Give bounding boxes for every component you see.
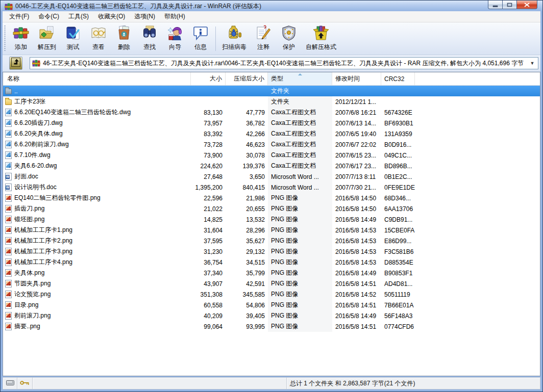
file-type: Caxa工程图文档 [268,128,332,139]
file-type: Microsoft Word ... [268,171,332,182]
up-level-button[interactable] [9,57,22,70]
menu-commands[interactable]: 命令(C) [34,11,64,22]
file-crc32: BD896B... [381,161,415,171]
file-type: PNG 图像 [268,214,332,225]
file-row[interactable]: 工序卡23张文件夹2012/12/21 1... [3,96,540,107]
test-icon [65,25,81,41]
delete-button[interactable]: 删除 [111,23,137,54]
png-file-icon [5,216,12,223]
file-row[interactable]: 机械加工工序卡4.png36,75434,515PNG 图像2016/5/8 1… [3,257,540,268]
file-row[interactable]: 封面.doc27,6483,650Microsoft Word ...2007/… [3,171,540,182]
png-file-icon [5,323,12,330]
menu-tools[interactable]: 工具(S) [64,11,93,22]
sfx-button[interactable]: 自解压格式 [302,23,340,54]
file-name: 6.7.10件.dwg [14,151,51,160]
folder-file-icon [5,99,12,105]
file-name: 夹具体.png [14,269,44,277]
dwg-file-icon [5,141,12,148]
add-button[interactable]: 添加 [8,23,34,54]
file-row[interactable]: 节圆夹具.png43,90742,591PNG 图像2016/5/8 14:51… [3,278,540,289]
file-row[interactable]: 机械加工工序卡2.png37,59535,627PNG 图像2016/5/8 1… [3,236,540,246]
find-icon [141,25,158,41]
close-button[interactable] [516,1,537,9]
file-name: 6.6.20插齿刀.dwg [14,119,63,127]
file-row[interactable]: 目录.png60,55854,806PNG 图像2016/5/8 14:517B… [3,300,540,310]
file-modified: 2016/5/8 14:49 [332,268,381,278]
file-type: Caxa工程图文档 [268,161,332,171]
file-name: 工序卡23张 [14,97,45,106]
file-size: 37,340 [191,268,226,278]
file-row[interactable]: EQ140二轴三档齿轮零件图.png22,59621,986PNG 图像2016… [3,193,540,203]
file-packed-size: 36,782 [226,118,268,128]
file-name: EQ140二轴三档齿轮零件图.png [14,194,101,202]
archive-path-combo[interactable]: 46-工艺夹具-EQ140变速箱二轴三档齿轮工艺、刀具及夹具设计.rar\004… [30,57,538,69]
file-name: 节圆夹具.png [14,279,51,288]
password-status-button[interactable] [17,378,33,389]
protect-button[interactable]: 保护 [276,23,302,54]
virus-scan-button[interactable]: 扫描病毒 [218,23,251,54]
column-header-name[interactable]: 名称 [3,72,191,85]
file-row[interactable]: ..文件夹 [3,86,540,96]
column-header-size[interactable]: 大小 [191,72,226,85]
file-crc32: 15CBE0FA [381,225,415,236]
test-button[interactable]: 测试 [60,23,86,54]
column-header-packed[interactable]: 压缩后大小 [226,72,268,85]
file-row[interactable]: 机械加工工序卡3.png31,23029,132PNG 图像2016/5/8 1… [3,246,540,257]
file-row[interactable]: 插齿刀.png21,02220,655PNG 图像2016/5/8 14:506… [3,203,540,214]
wizard-button[interactable]: 向导 [162,23,188,54]
menu-favorites[interactable]: 收藏夹(O) [93,11,130,22]
file-name-cell: 锻坯图.png [3,214,191,225]
file-packed-size: 20,655 [226,203,268,214]
file-packed-size: 42,266 [226,128,268,139]
status-totals: 总计 1 个文件夹 和 2,863,587 字节(21 个文件) [287,378,540,389]
file-row[interactable]: 6.6.20夹具体.dwg83,39242,266Caxa工程图文档2007/6… [3,128,540,139]
file-name: 论文预览.png [14,290,51,299]
file-row[interactable]: 6.6.20EQ140变速箱二轴三挡齿轮齿轮.dwg83,13047,779Ca… [3,107,540,118]
file-packed-size: 30,078 [226,150,268,161]
view-button[interactable]: 查看 [86,23,111,54]
file-crc32: 0B1E2C... [381,171,415,182]
file-row[interactable]: 锻坯图.png14,82513,532PNG 图像2016/5/8 14:49C… [3,214,540,225]
menu-bar: 文件(F) 命令(C) 工具(S) 收藏夹(O) 选项(N) 帮助(H) [3,11,540,22]
file-crc32: 049C1C... [381,150,415,161]
file-row[interactable]: 6.7.10件.dwg73,90030,078Caxa工程图文档2007/6/1… [3,150,540,161]
file-name-cell: .. [3,86,191,96]
menu-file[interactable]: 文件(F) [5,11,34,22]
file-row[interactable]: 剃前滚刀.png40,20939,405PNG 图像2016/5/8 14:49… [3,310,540,321]
column-header-modified[interactable]: 修改时间 [332,72,381,85]
menu-options[interactable]: 选项(N) [130,11,160,22]
file-row[interactable]: 夹具体.png37,34035,799PNG 图像2016/5/8 14:49B… [3,268,540,278]
file-name-cell: 摘要..png [3,321,191,332]
dwg-file-icon [5,109,12,116]
info-button[interactable]: 信息 [188,23,213,54]
find-button[interactable]: 查找 [137,23,162,54]
maximize-button[interactable] [502,1,517,9]
file-row[interactable]: 6.6.20插齿刀.dwg73,95736,782Caxa工程图文档2007/6… [3,118,540,128]
file-row[interactable]: 论文预览.png351,308345,585PNG 图像2016/5/8 14:… [3,289,540,300]
file-packed-size: 29,132 [226,246,268,257]
file-name-cell: 机械加工工序卡4.png [3,257,191,268]
file-name-cell: 插齿刀.png [3,203,191,214]
file-name: 机械加工工序卡2.png [14,237,72,245]
drive-status-button[interactable] [3,378,17,389]
minimize-button[interactable] [488,1,503,9]
column-header-type[interactable]: 类型 [268,72,332,85]
png-file-icon [5,291,12,298]
file-name-cell: 6.6.20夹具体.dwg [3,128,191,139]
up-file-icon [5,89,12,94]
file-name: 机械加工工序卡4.png [14,258,72,267]
file-modified: 2016/5/8 14:53 [332,225,381,236]
chevron-down-icon[interactable]: ▼ [529,61,536,66]
file-size: 22,596 [191,193,226,203]
column-header-crc32[interactable]: CRC32 [381,72,415,85]
file-row[interactable]: 摘要..png99,06493,995PNG 图像2016/5/8 14:510… [3,321,540,332]
file-row[interactable]: 设计说明书.doc1,395,200840,415Microsoft Word … [3,182,540,193]
file-size: 224,620 [191,161,226,171]
file-row[interactable]: 6.6.20剃前滚刀.dwg73,72846,623Caxa工程图文档2007/… [3,139,540,150]
file-row[interactable]: 夹具6.6-20.dwg224,620139,376Caxa工程图文档2007/… [3,161,540,171]
comment-button[interactable]: 注释 [251,23,276,54]
file-crc32: AD4D81... [381,278,415,289]
file-row[interactable]: 机械加工工序卡1.png31,60428,296PNG 图像2016/5/8 1… [3,225,540,236]
menu-help[interactable]: 帮助(H) [160,11,190,22]
extract-to-button[interactable]: 解压到 [34,23,60,54]
